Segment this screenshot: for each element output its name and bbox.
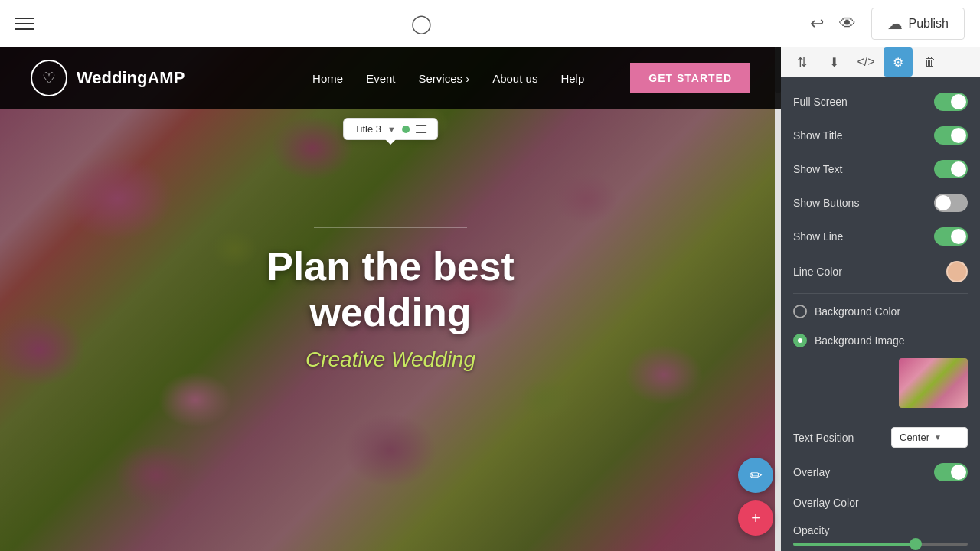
section-label-menu[interactable] <box>416 125 426 133</box>
publish-cloud-icon: ☁ <box>887 15 903 33</box>
setting-opacity: Opacity <box>781 517 980 551</box>
panel-tool-delete[interactable]: 🗑 <box>916 47 945 77</box>
setting-text-position: Text Position Center ▼ <box>781 419 980 455</box>
main-area: ♡ WeddingAMP Home Event Services › About… <box>0 47 980 551</box>
opacity-label: Opacity <box>793 524 829 536</box>
hero-decorative-line <box>314 227 467 228</box>
menu-icon[interactable] <box>15 18 34 30</box>
panel-tool-sort[interactable]: ⇅ <box>787 47 816 77</box>
show-line-toggle[interactable] <box>934 227 968 246</box>
section-label-text: Title 3 <box>354 123 381 135</box>
nav-logo-text: WeddingAMP <box>77 68 185 88</box>
full-screen-toggle[interactable] <box>934 93 968 111</box>
show-title-toggle[interactable] <box>934 126 968 145</box>
setting-show-buttons: Show Buttons <box>781 186 980 220</box>
toolbar-right: ↩ 👁 ☁ Publish <box>810 8 965 40</box>
panel-divider-2 <box>793 416 968 416</box>
top-toolbar: ◯ ↩ 👁 ☁ Publish <box>0 0 980 47</box>
opacity-slider-fill <box>793 543 916 546</box>
show-buttons-label: Show Buttons <box>793 197 934 209</box>
nav-cta-button[interactable]: GET STARTED <box>630 63 750 93</box>
nav-links: Home Event Services › About us Help GET … <box>312 63 750 93</box>
hero-title: Plan the best wedding <box>195 243 586 335</box>
mobile-preview-icon[interactable]: ◯ <box>411 13 432 34</box>
nav-logo-icon: ♡ <box>31 60 67 96</box>
nav-link-help[interactable]: Help <box>560 72 584 85</box>
overlay-color-label: Overlay Color <box>793 497 968 509</box>
line-color-label: Line Color <box>793 266 946 278</box>
setting-overlay-color: Overlay Color <box>781 489 980 517</box>
setting-show-line: Show Line <box>781 220 980 253</box>
background-image-label: Background Image <box>815 334 905 347</box>
nav-link-home[interactable]: Home <box>312 72 343 85</box>
section-label-arrow: ▼ <box>387 125 396 134</box>
bg-thumbnail-image <box>899 358 968 408</box>
setting-line-color: Line Color <box>781 253 980 290</box>
right-panel: ⇅ ⬇ </> ⚙ 🗑 Full Screen Show Title <box>781 47 980 551</box>
line-color-swatch[interactable] <box>946 261 968 282</box>
canvas-area: ♡ WeddingAMP Home Event Services › About… <box>0 47 781 551</box>
full-screen-label: Full Screen <box>793 96 934 108</box>
show-title-label: Show Title <box>793 129 934 142</box>
text-position-label: Text Position <box>793 432 854 444</box>
show-text-toggle[interactable] <box>934 160 968 178</box>
panel-tool-settings[interactable]: ⚙ <box>884 47 913 77</box>
panel-tool-download[interactable]: ⬇ <box>819 47 848 77</box>
nav-link-about[interactable]: About us <box>492 72 537 85</box>
preview-icon[interactable]: 👁 <box>839 14 856 34</box>
setting-overlay: Overlay <box>781 455 980 489</box>
show-line-label: Show Line <box>793 230 934 243</box>
show-text-label: Show Text <box>793 163 934 175</box>
dropdown-arrow-icon: ▼ <box>934 433 942 442</box>
show-buttons-toggle[interactable] <box>934 194 968 212</box>
panel-settings: Full Screen Show Title Show Text <box>781 77 980 551</box>
nav-link-event[interactable]: Event <box>366 72 395 85</box>
setting-full-screen: Full Screen <box>781 85 980 119</box>
opacity-slider-thumb[interactable] <box>910 538 922 550</box>
text-position-value: Center <box>900 432 929 443</box>
nav-logo: ♡ WeddingAMP <box>31 60 185 96</box>
panel-divider-1 <box>793 293 968 294</box>
setting-show-text: Show Text <box>781 152 980 186</box>
scrollbar[interactable] <box>775 47 781 551</box>
panel-tool-code[interactable]: </> <box>851 47 880 77</box>
background-color-radio[interactable] <box>793 305 807 318</box>
undo-icon[interactable]: ↩ <box>810 14 824 34</box>
fab-add-button[interactable]: + <box>738 500 773 536</box>
opacity-slider-track <box>793 543 968 546</box>
nav-link-services[interactable]: Services › <box>418 72 469 85</box>
bg-thumbnail[interactable] <box>899 358 968 408</box>
hero-content: Plan the best wedding Creative Wedding <box>195 227 586 372</box>
setting-background-color[interactable]: Background Color <box>781 297 980 326</box>
fab-edit-button[interactable]: ✏ <box>738 458 773 493</box>
setting-background-image[interactable]: Background Image <box>781 326 980 355</box>
overlay-toggle[interactable] <box>934 463 968 481</box>
section-label-dot <box>402 126 410 133</box>
panel-toolbar: ⇅ ⬇ </> ⚙ 🗑 <box>781 47 980 77</box>
nav-bar: ♡ WeddingAMP Home Event Services › About… <box>0 47 781 109</box>
overlay-label: Overlay <box>793 466 934 478</box>
background-color-label: Background Color <box>815 305 900 318</box>
setting-show-title: Show Title <box>781 119 980 152</box>
publish-label: Publish <box>909 17 949 31</box>
background-image-radio[interactable] <box>793 334 807 347</box>
hero-subtitle: Creative Wedding <box>195 347 586 372</box>
section-label-tooltip[interactable]: Title 3 ▼ <box>343 118 438 140</box>
publish-button[interactable]: ☁ Publish <box>871 8 965 40</box>
text-position-dropdown[interactable]: Center ▼ <box>891 427 968 448</box>
toolbar-left <box>15 18 34 30</box>
fab-area: ✏ + <box>738 458 773 536</box>
